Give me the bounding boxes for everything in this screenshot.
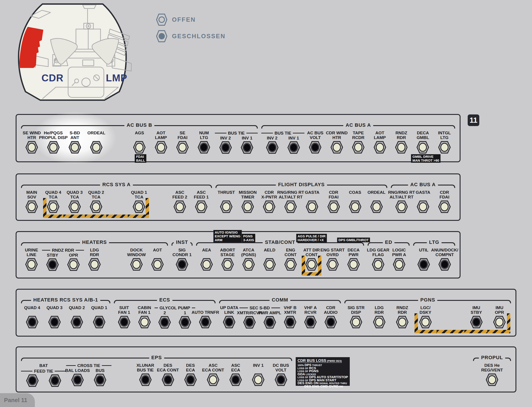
cb-ags[interactable]: AGSFDAI BALL xyxy=(129,130,150,161)
cb-quad-1-tca[interactable]: QUAD 1 TCA xyxy=(128,189,150,220)
cb-logic-pwr-a[interactable]: LOGIC PWR A xyxy=(389,247,410,278)
cb-gasta[interactable]: GASTA xyxy=(301,189,323,220)
breaker-closed-icon xyxy=(304,316,317,329)
breaker-group-ac-bus-a: AC BUS ABUS TIEINV 2INV 1AC BUS VOLTCDR … xyxy=(261,125,455,161)
breaker-open-icon xyxy=(155,141,167,155)
cb-inv-2[interactable]: INV 2 xyxy=(215,136,236,161)
cb-urine-line[interactable]: URINE LINE xyxy=(21,247,42,278)
cb-sig-condr-1[interactable]: SIG CONDR 1 xyxy=(172,247,192,278)
cb-att-dir-cont[interactable]: ATT DIR CONTAGS PULSE / DIR HARDOVER / +… xyxy=(301,247,322,278)
cb-ldg-rdr[interactable]: LDG RDR xyxy=(84,247,105,278)
breaker-open-icon xyxy=(151,258,164,272)
cb-stby[interactable]: STBY xyxy=(42,253,63,278)
cb-rndz-rdr[interactable]: RNDZ RDR xyxy=(391,305,414,336)
cb-cdr-fdai[interactable]: CDR FDAI xyxy=(323,189,344,220)
cb-anun-dock-compnt[interactable]: ANUN/DOCK/ COMPNT xyxy=(434,247,455,278)
cb-num-ltg[interactable]: NUM LTG xyxy=(193,130,215,161)
cb-cabin-fan-1[interactable]: CABIN FAN 1 xyxy=(134,305,155,336)
cb-deca-gmbl[interactable]: DECA GMBLGMBL DRIVE MAN THROT >90 xyxy=(412,130,433,161)
cb-abort-stage[interactable]: ABORT STAGEAUTO IGN/SIG EXCEPT W/ENG ARM xyxy=(217,247,238,278)
cb-eng-start-ovrd[interactable]: ENG START OVRD xyxy=(322,247,343,278)
cb-tape-rcdr[interactable]: TAPE RCDR xyxy=(348,130,369,161)
cb-asc-eca-cont[interactable]: ASC ECA CONT xyxy=(202,362,224,391)
cb-ac-bus-volt[interactable]: AC BUS VOLT xyxy=(304,130,326,161)
cb-cdr-x-pntr[interactable]: CDR X-PNTR xyxy=(258,189,280,220)
cb-up-data-link[interactable]: UP DATA LINK xyxy=(219,305,239,336)
cb-ordeal[interactable]: ORDEAL xyxy=(366,189,387,220)
cb-vhf-b-xmtr[interactable]: VHF B XMTR xyxy=(280,305,300,336)
cb-label: 1 xyxy=(184,310,186,315)
cb-asc-eca[interactable]: ASC ECA xyxy=(224,362,247,391)
cb-quad-3[interactable]: QUAD 3 xyxy=(43,305,66,336)
cb-aot-lamp[interactable]: AOT LAMP xyxy=(150,130,172,161)
cb-thrust[interactable]: THRUST xyxy=(215,189,237,220)
cb-breaker[interactable] xyxy=(44,374,66,391)
cb-des-eca-cont[interactable]: DES ECA CONT xyxy=(157,362,179,391)
spacer xyxy=(107,130,129,161)
cb-ldg-rdr[interactable]: LDG RDR xyxy=(368,305,391,336)
cb-lgc-dsky[interactable]: LGC/ DSKY xyxy=(414,305,437,336)
cb-cdr-audio[interactable]: CDR AUDIO xyxy=(320,305,341,336)
cb-atca-pgns[interactable]: ATCA (PGNS)PGNS 3-AXIS xyxy=(238,247,259,278)
cb-breaker[interactable] xyxy=(21,374,44,391)
cb-aot[interactable]: AOT xyxy=(147,247,168,278)
cb-suit-fan-1[interactable]: SUIT FAN 1 xyxy=(114,305,134,336)
cb-dc-bus-volt[interactable]: DC BUS VOLT xyxy=(270,362,292,391)
hazard-guard-bar xyxy=(63,215,86,218)
cb-rndz-rdr[interactable]: RNDZ RDR xyxy=(391,130,412,161)
cb-label: INV 2 xyxy=(267,136,278,141)
cb-asc-feed-1[interactable]: ASC FEED 1 xyxy=(190,189,212,220)
cb-bal-loads[interactable]: BAL LOADS xyxy=(66,368,89,391)
cb-asc-feed-2[interactable]: ASC FEED 2 xyxy=(169,189,190,220)
cb-des-eca[interactable]: DES ECA xyxy=(179,362,202,391)
cb-deca-pwr[interactable]: DECA PWRDPS GMBL/THROT xyxy=(343,247,364,278)
cb-opr[interactable]: OPR xyxy=(63,253,84,278)
cb-cdr-fdai[interactable]: CDR FDAI xyxy=(434,189,455,220)
cb-bus[interactable]: BUS xyxy=(89,368,111,391)
cb-quad-3-tca[interactable]: QUAD 3 TCA xyxy=(64,189,85,220)
cb-sig-str-disp[interactable]: SIG STR DISP xyxy=(344,305,368,336)
cb-quad-4-tca[interactable]: QUAD 4 TCA xyxy=(42,189,64,220)
cb-label: RNG/RNG RT ALT/ALT RT xyxy=(277,190,304,200)
cb-rng-rng-rt-alt-alt-rt[interactable]: RNG/RNG RT ALT/ALT RT xyxy=(391,189,412,220)
cb-imu-stby[interactable]: IMU STBY xyxy=(465,305,488,336)
cb-gasta[interactable]: GASTA xyxy=(412,189,434,220)
cb-quad-1[interactable]: QUAD 1 xyxy=(88,305,110,336)
cb-auto-trnfr[interactable]: AUTO TRNFR xyxy=(195,305,215,336)
cdr-position-label: CDR xyxy=(42,72,63,83)
cb-dock-window[interactable]: DOCK WINDOW xyxy=(126,247,147,278)
cb-quad-2[interactable]: QUAD 2 xyxy=(66,305,88,336)
cb-des-he-reg-vent[interactable]: DES He REG/VENT xyxy=(473,362,511,391)
cb-aeld[interactable]: AELD xyxy=(259,247,280,278)
cb-inv-1[interactable]: INV 1 xyxy=(247,362,270,391)
cb-ldg-gear-flag[interactable]: LDG GEAR FLAG xyxy=(368,247,389,278)
cb-s-bd-ant[interactable]: S-BD ANT xyxy=(64,130,85,161)
cb-eng-cont[interactable]: ENG CONT xyxy=(280,247,301,278)
cb-label: S-BD ANT xyxy=(70,131,80,140)
cb-label: ENG START OVRD xyxy=(320,248,345,258)
cb-quad-2-tca[interactable]: QUAD 2 TCA xyxy=(85,189,107,220)
cb-xmtr-rcvr[interactable]: XMTR/RCVR xyxy=(239,310,260,336)
cb-pwr-ampl[interactable]: PWR AMPL xyxy=(260,310,280,336)
cb-aea[interactable]: AEA xyxy=(196,247,217,278)
group-bracket: ED xyxy=(368,242,410,247)
cb-inv-1[interactable]: INV 1 xyxy=(283,136,304,161)
cb-se-fdai[interactable]: SE FDAI xyxy=(172,130,193,161)
cb-rng-rng-rt-alt-alt-rt[interactable]: RNG/RNG RT ALT/ALT RT xyxy=(280,189,301,220)
cb-quad-4[interactable]: QUAD 4 xyxy=(21,305,43,336)
cb-aot-lamp[interactable]: AOT LAMP xyxy=(369,130,390,161)
cb-2[interactable]: 2 xyxy=(155,310,175,336)
cb-main-sov[interactable]: MAIN SOV xyxy=(21,189,42,220)
cb-mission-timer[interactable]: MISSION TIMER xyxy=(237,189,258,220)
cb-imu-opr[interactable]: IMU OPR xyxy=(488,305,511,336)
cb-inv-1[interactable]: INV 1 xyxy=(236,136,258,161)
cb-coas[interactable]: COAS xyxy=(344,189,366,220)
cb-label: STBY xyxy=(47,253,58,258)
cb-ordeal[interactable]: ORDEAL xyxy=(85,130,107,161)
cb-he-pqgs-propul-disp[interactable]: He/PQGS PROPUL DISP xyxy=(42,130,64,161)
cb-xlunar-bus-tie[interactable]: XLUNAR BUS TIE xyxy=(134,362,157,391)
cb-inv-2[interactable]: INV 2 xyxy=(261,136,283,161)
cb-vhf-a-rcvr[interactable]: VHF A RCVR xyxy=(300,305,321,336)
bracket-right-hook xyxy=(190,242,192,246)
cb-cdr-wind-htr[interactable]: CDR WIND HTR xyxy=(326,130,348,161)
